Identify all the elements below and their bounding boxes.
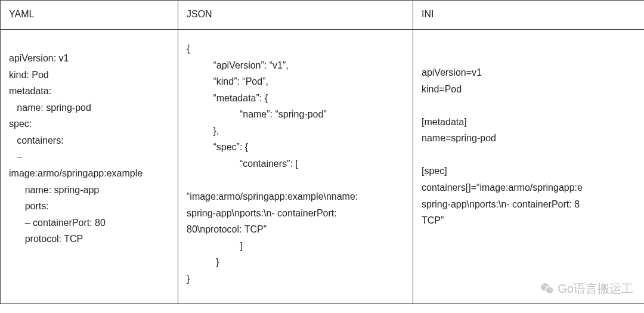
column-header-yaml: YAML — [1, 1, 178, 30]
column-header-json: JSON — [178, 1, 413, 30]
yaml-content: apiVersion: v1 kind: Pod metadata: name:… — [1, 30, 178, 304]
json-content: { “apiVersion”: “v1”, “kind”: “Pod”, “me… — [178, 30, 413, 304]
comparison-table: YAML JSON INI apiVersion: v1 kind: Pod m… — [0, 0, 644, 304]
column-header-ini: INI — [413, 1, 644, 30]
ini-content: apiVersion=v1 kind=Pod [metadata] name=s… — [413, 30, 644, 304]
